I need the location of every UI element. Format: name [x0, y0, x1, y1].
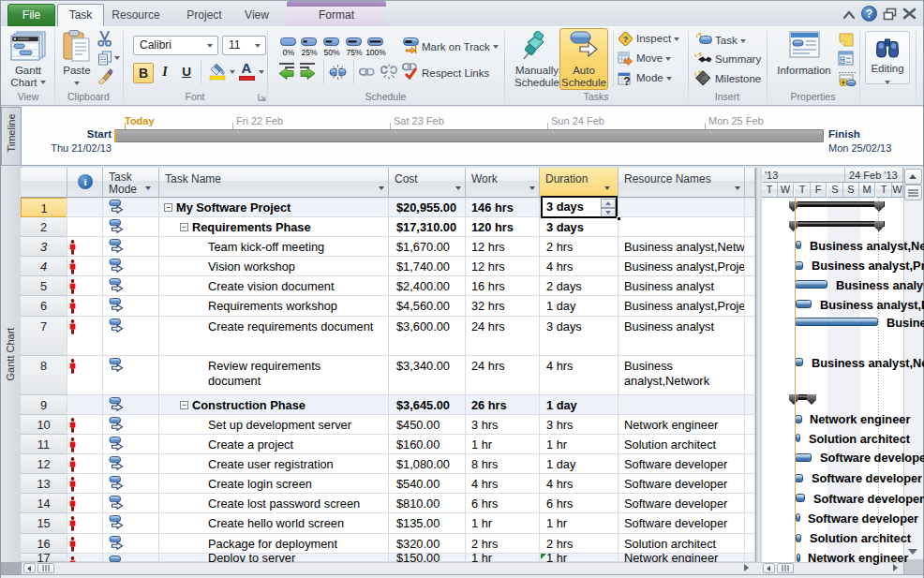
- svg-text:?: ?: [623, 35, 629, 44]
- svg-text:?: ?: [623, 75, 630, 86]
